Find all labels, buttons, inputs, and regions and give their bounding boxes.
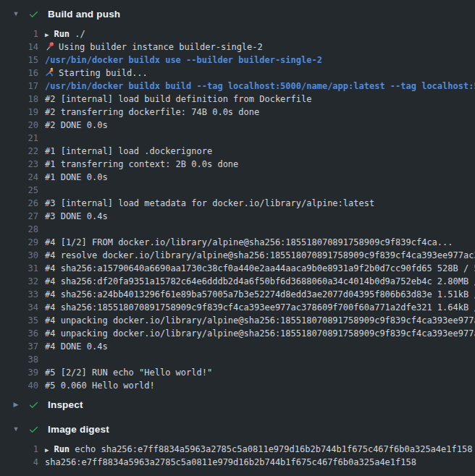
- runner-icon: [45, 67, 55, 77]
- log-section-build-and-push: ▼Build and push1▶Run ./14Using builder i…: [0, 4, 475, 395]
- line-number[interactable]: 33: [0, 288, 38, 301]
- log-line: 21: [0, 132, 475, 145]
- chevron-right-icon[interactable]: ▶: [12, 395, 20, 414]
- log-line-text: #4 sha256:a24bb4013296f61e89ba57005a7b3e…: [45, 289, 475, 299]
- log-section-inspect: ▶Inspect: [0, 395, 475, 414]
- line-number[interactable]: 16: [0, 67, 38, 80]
- log-line: 32#4 sha256:df20fa9351a15782c64e6dddb2d4…: [0, 275, 475, 288]
- line-number[interactable]: 28: [0, 223, 38, 236]
- log-line-text: #4 sha256:a15790640a6690aa1730c38cf0a440…: [45, 263, 475, 273]
- chevron-down-icon[interactable]: ▼: [12, 420, 20, 438]
- log-line: 26#3 [internal] load metadata for docker…: [0, 197, 475, 210]
- log-line: 14Using builder instance builder-single-…: [0, 41, 475, 54]
- line-number[interactable]: 27: [0, 210, 38, 223]
- log-line: 36#4 unpacking docker.io/library/alpine@…: [0, 327, 475, 340]
- log-line-text: #2 DONE 0.0s: [45, 120, 108, 130]
- workflow-log-viewer: ▼Build and push1▶Run ./14Using builder i…: [0, 0, 475, 476]
- log-line: 37#4 DONE 0.4s: [0, 340, 475, 353]
- log-line-text: #5 [2/2] RUN echo "Hello world!": [45, 367, 212, 378]
- log-line: 35#4 unpacking docker.io/library/alpine@…: [0, 314, 475, 327]
- log-line-text: Using builder instance builder-single-2: [45, 42, 263, 52]
- line-number[interactable]: 21: [0, 132, 38, 145]
- log-line: 17/usr/bin/docker buildx build --tag loc…: [0, 80, 475, 93]
- log-line-text: /usr/bin/docker buildx build --tag local…: [45, 81, 475, 91]
- log-sections: ▼Build and push1▶Run ./14Using builder i…: [0, 4, 475, 476]
- line-number[interactable]: 19: [0, 106, 38, 119]
- section-log-body: 1▶Run ./14Using builder instance builder…: [0, 23, 475, 395]
- log-line: 27#3 DONE 0.4s: [0, 210, 475, 223]
- line-number[interactable]: 1: [0, 443, 38, 456]
- line-number[interactable]: 26: [0, 197, 38, 210]
- line-number[interactable]: 36: [0, 327, 38, 340]
- log-line-text: #3 DONE 0.4s: [45, 211, 108, 221]
- pushpin-icon: [45, 41, 55, 51]
- line-number[interactable]: 24: [0, 171, 38, 184]
- log-line: 33#4 sha256:a24bb4013296f61e89ba57005a7b…: [0, 288, 475, 301]
- log-line: 16Starting build...: [0, 67, 475, 80]
- log-line-text: #4 sha256:185518070891758909c9f839cf4ca3…: [45, 302, 475, 313]
- command-text: /usr/bin/docker buildx use --builder bui…: [45, 55, 322, 65]
- log-line: 22#1 [internal] load .dockerignore: [0, 145, 475, 158]
- log-line-text: /usr/bin/docker buildx use --builder bui…: [45, 55, 322, 65]
- section-header-build-and-push[interactable]: ▼Build and push: [0, 4, 475, 23]
- log-line-text: #1 transferring context: 2B 0.0s done: [45, 159, 238, 169]
- check-success-icon: [28, 9, 39, 20]
- line-number[interactable]: 30: [0, 249, 38, 262]
- log-line-text: #4 unpacking docker.io/library/alpine@sh…: [45, 315, 475, 326]
- log-line-text: ▶Run ./: [45, 29, 85, 39]
- line-number[interactable]: 25: [0, 184, 38, 197]
- log-line-text: Starting build...: [45, 68, 148, 78]
- section-title: Build and push: [48, 9, 120, 20]
- line-number[interactable]: 15: [0, 54, 38, 67]
- section-title: Image digest: [48, 424, 109, 435]
- section-log-body: 1▶Run echo sha256:e7ff8834a5963a2785c5a0…: [0, 438, 475, 476]
- section-header-image-digest[interactable]: ▼Image digest: [0, 420, 475, 438]
- log-section-image-digest: ▼Image digest1▶Run echo sha256:e7ff8834a…: [0, 420, 475, 476]
- line-number[interactable]: 38: [0, 353, 38, 366]
- line-number[interactable]: 22: [0, 145, 38, 158]
- log-line-text: #2 [internal] load build definition from…: [45, 94, 311, 104]
- line-number[interactable]: 14: [0, 41, 38, 54]
- line-number[interactable]: 32: [0, 275, 38, 288]
- log-line-text: #4 DONE 0.4s: [45, 341, 108, 352]
- run-label: Run: [54, 444, 70, 454]
- line-number[interactable]: 1: [0, 27, 38, 41]
- play-icon[interactable]: ▶: [45, 31, 49, 38]
- log-line: 1▶Run ./: [0, 27, 475, 41]
- log-line-text: #5 0.060 Hello world!: [45, 381, 155, 391]
- line-number[interactable]: 20: [0, 119, 38, 132]
- log-line-text: #1 DONE 0.0s: [45, 172, 108, 182]
- line-number[interactable]: 17: [0, 80, 38, 93]
- section-title: Inspect: [48, 399, 83, 410]
- log-line: 25: [0, 184, 475, 197]
- run-label: Run: [54, 29, 70, 39]
- line-number[interactable]: 18: [0, 93, 38, 106]
- log-line: 38: [0, 353, 475, 366]
- log-line: 34#4 sha256:185518070891758909c9f839cf4c…: [0, 301, 475, 314]
- log-line: 31#4 sha256:a15790640a6690aa1730c38cf0a4…: [0, 262, 475, 275]
- section-header-inspect[interactable]: ▶Inspect: [0, 395, 475, 414]
- log-line: 15/usr/bin/docker buildx use --builder b…: [0, 54, 475, 67]
- check-success-icon: [28, 399, 39, 410]
- log-line: 1▶Run echo sha256:e7ff8834a5963a2785c5a0…: [0, 443, 475, 456]
- line-number[interactable]: 37: [0, 340, 38, 353]
- log-line-text: #4 resolve docker.io/library/alpine@sha2…: [45, 250, 475, 260]
- log-line-text: #4 [1/2] FROM docker.io/library/alpine@s…: [45, 237, 453, 247]
- log-line-text: #3 [internal] load metadata for docker.i…: [45, 198, 374, 208]
- line-number[interactable]: 4: [0, 456, 38, 469]
- play-icon[interactable]: ▶: [45, 446, 49, 454]
- log-line-text: ▶Run echo sha256:e7ff8834a5963a2785c5a08…: [45, 444, 472, 454]
- line-number[interactable]: 40: [0, 379, 38, 392]
- log-line: 18#2 [internal] load build definition fr…: [0, 93, 475, 106]
- command-text: /usr/bin/docker buildx build --tag local…: [45, 81, 475, 91]
- log-line: 40#5 0.060 Hello world!: [0, 379, 475, 392]
- line-number[interactable]: 29: [0, 236, 38, 249]
- line-number[interactable]: 34: [0, 301, 38, 314]
- chevron-down-icon[interactable]: ▼: [12, 4, 20, 23]
- log-line: 19#2 transferring dockerfile: 74B 0.0s d…: [0, 106, 475, 119]
- line-number[interactable]: 23: [0, 158, 38, 171]
- line-number[interactable]: 31: [0, 262, 38, 275]
- line-number[interactable]: 35: [0, 314, 38, 327]
- line-number[interactable]: 39: [0, 366, 38, 379]
- log-line-text: #4 unpacking docker.io/library/alpine@sh…: [45, 328, 475, 339]
